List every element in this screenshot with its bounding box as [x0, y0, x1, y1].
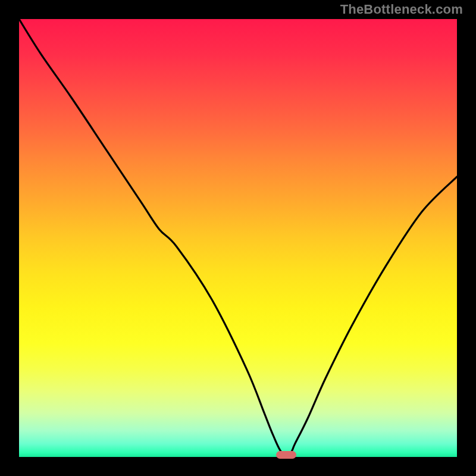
curve-path	[19, 19, 457, 454]
watermark-text: TheBottleneck.com	[340, 2, 463, 17]
bottleneck-curve	[19, 19, 457, 457]
chart-frame: TheBottleneck.com	[0, 0, 476, 476]
target-marker	[276, 451, 296, 459]
